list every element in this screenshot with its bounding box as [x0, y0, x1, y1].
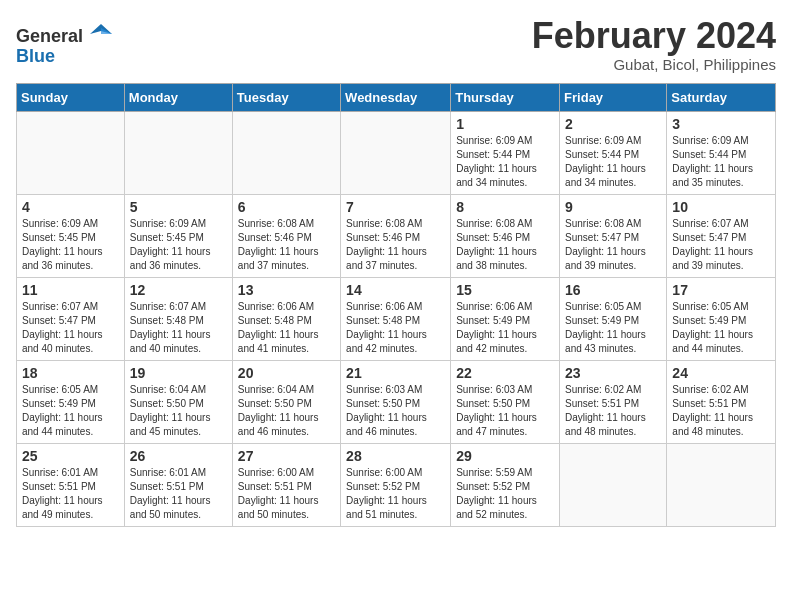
day-number: 3	[672, 116, 770, 132]
calendar-cell: 4Sunrise: 6:09 AMSunset: 5:45 PMDaylight…	[17, 194, 125, 277]
day-number: 13	[238, 282, 335, 298]
title-area: February 2024 Gubat, Bicol, Philippines	[532, 16, 776, 73]
weekday-header-row: SundayMondayTuesdayWednesdayThursdayFrid…	[17, 83, 776, 111]
day-info: Sunrise: 6:06 AMSunset: 5:48 PMDaylight:…	[238, 300, 335, 356]
day-info: Sunrise: 6:09 AMSunset: 5:44 PMDaylight:…	[672, 134, 770, 190]
day-number: 15	[456, 282, 554, 298]
calendar-week-5: 25Sunrise: 6:01 AMSunset: 5:51 PMDayligh…	[17, 443, 776, 526]
day-number: 10	[672, 199, 770, 215]
day-number: 20	[238, 365, 335, 381]
calendar-cell: 27Sunrise: 6:00 AMSunset: 5:51 PMDayligh…	[232, 443, 340, 526]
logo: General Blue	[16, 20, 112, 67]
weekday-header-sunday: Sunday	[17, 83, 125, 111]
day-info: Sunrise: 6:02 AMSunset: 5:51 PMDaylight:…	[672, 383, 770, 439]
day-number: 9	[565, 199, 661, 215]
day-info: Sunrise: 6:09 AMSunset: 5:45 PMDaylight:…	[22, 217, 119, 273]
day-number: 6	[238, 199, 335, 215]
day-info: Sunrise: 6:06 AMSunset: 5:49 PMDaylight:…	[456, 300, 554, 356]
day-number: 11	[22, 282, 119, 298]
day-number: 14	[346, 282, 445, 298]
day-number: 4	[22, 199, 119, 215]
calendar-cell: 28Sunrise: 6:00 AMSunset: 5:52 PMDayligh…	[341, 443, 451, 526]
calendar-cell: 2Sunrise: 6:09 AMSunset: 5:44 PMDaylight…	[560, 111, 667, 194]
day-info: Sunrise: 6:08 AMSunset: 5:46 PMDaylight:…	[346, 217, 445, 273]
calendar-cell: 5Sunrise: 6:09 AMSunset: 5:45 PMDaylight…	[124, 194, 232, 277]
calendar-table: SundayMondayTuesdayWednesdayThursdayFrid…	[16, 83, 776, 527]
calendar-cell: 24Sunrise: 6:02 AMSunset: 5:51 PMDayligh…	[667, 360, 776, 443]
calendar-cell: 19Sunrise: 6:04 AMSunset: 5:50 PMDayligh…	[124, 360, 232, 443]
day-number: 24	[672, 365, 770, 381]
calendar-cell	[17, 111, 125, 194]
calendar-cell: 9Sunrise: 6:08 AMSunset: 5:47 PMDaylight…	[560, 194, 667, 277]
day-info: Sunrise: 6:07 AMSunset: 5:47 PMDaylight:…	[672, 217, 770, 273]
day-number: 29	[456, 448, 554, 464]
day-info: Sunrise: 6:08 AMSunset: 5:46 PMDaylight:…	[238, 217, 335, 273]
day-number: 12	[130, 282, 227, 298]
day-info: Sunrise: 6:05 AMSunset: 5:49 PMDaylight:…	[672, 300, 770, 356]
day-number: 18	[22, 365, 119, 381]
calendar-cell	[667, 443, 776, 526]
day-info: Sunrise: 6:06 AMSunset: 5:48 PMDaylight:…	[346, 300, 445, 356]
weekday-header-tuesday: Tuesday	[232, 83, 340, 111]
weekday-header-monday: Monday	[124, 83, 232, 111]
calendar-cell: 7Sunrise: 6:08 AMSunset: 5:46 PMDaylight…	[341, 194, 451, 277]
logo-general: General	[16, 20, 112, 47]
day-info: Sunrise: 6:08 AMSunset: 5:46 PMDaylight:…	[456, 217, 554, 273]
day-info: Sunrise: 6:04 AMSunset: 5:50 PMDaylight:…	[238, 383, 335, 439]
calendar-week-1: 1Sunrise: 6:09 AMSunset: 5:44 PMDaylight…	[17, 111, 776, 194]
day-number: 28	[346, 448, 445, 464]
day-info: Sunrise: 5:59 AMSunset: 5:52 PMDaylight:…	[456, 466, 554, 522]
calendar-cell	[341, 111, 451, 194]
day-number: 8	[456, 199, 554, 215]
weekday-header-thursday: Thursday	[451, 83, 560, 111]
calendar-cell: 11Sunrise: 6:07 AMSunset: 5:47 PMDayligh…	[17, 277, 125, 360]
day-number: 16	[565, 282, 661, 298]
day-info: Sunrise: 6:02 AMSunset: 5:51 PMDaylight:…	[565, 383, 661, 439]
day-number: 25	[22, 448, 119, 464]
calendar-cell: 25Sunrise: 6:01 AMSunset: 5:51 PMDayligh…	[17, 443, 125, 526]
calendar-cell	[232, 111, 340, 194]
day-info: Sunrise: 6:08 AMSunset: 5:47 PMDaylight:…	[565, 217, 661, 273]
day-info: Sunrise: 6:09 AMSunset: 5:44 PMDaylight:…	[565, 134, 661, 190]
calendar-cell: 21Sunrise: 6:03 AMSunset: 5:50 PMDayligh…	[341, 360, 451, 443]
calendar-cell: 20Sunrise: 6:04 AMSunset: 5:50 PMDayligh…	[232, 360, 340, 443]
calendar-cell	[124, 111, 232, 194]
calendar-week-4: 18Sunrise: 6:05 AMSunset: 5:49 PMDayligh…	[17, 360, 776, 443]
day-number: 22	[456, 365, 554, 381]
logo-bird-icon	[90, 20, 112, 42]
day-number: 23	[565, 365, 661, 381]
calendar-cell: 1Sunrise: 6:09 AMSunset: 5:44 PMDaylight…	[451, 111, 560, 194]
day-info: Sunrise: 6:09 AMSunset: 5:44 PMDaylight:…	[456, 134, 554, 190]
calendar-cell: 13Sunrise: 6:06 AMSunset: 5:48 PMDayligh…	[232, 277, 340, 360]
calendar-week-3: 11Sunrise: 6:07 AMSunset: 5:47 PMDayligh…	[17, 277, 776, 360]
day-info: Sunrise: 6:00 AMSunset: 5:51 PMDaylight:…	[238, 466, 335, 522]
day-number: 26	[130, 448, 227, 464]
calendar-cell	[560, 443, 667, 526]
day-info: Sunrise: 6:03 AMSunset: 5:50 PMDaylight:…	[346, 383, 445, 439]
day-info: Sunrise: 6:01 AMSunset: 5:51 PMDaylight:…	[22, 466, 119, 522]
day-info: Sunrise: 6:05 AMSunset: 5:49 PMDaylight:…	[565, 300, 661, 356]
calendar-cell: 23Sunrise: 6:02 AMSunset: 5:51 PMDayligh…	[560, 360, 667, 443]
day-info: Sunrise: 6:07 AMSunset: 5:47 PMDaylight:…	[22, 300, 119, 356]
calendar-cell: 6Sunrise: 6:08 AMSunset: 5:46 PMDaylight…	[232, 194, 340, 277]
month-year-title: February 2024	[532, 16, 776, 56]
day-number: 21	[346, 365, 445, 381]
calendar-cell: 14Sunrise: 6:06 AMSunset: 5:48 PMDayligh…	[341, 277, 451, 360]
location-subtitle: Gubat, Bicol, Philippines	[532, 56, 776, 73]
day-number: 5	[130, 199, 227, 215]
calendar-cell: 8Sunrise: 6:08 AMSunset: 5:46 PMDaylight…	[451, 194, 560, 277]
day-info: Sunrise: 6:03 AMSunset: 5:50 PMDaylight:…	[456, 383, 554, 439]
day-info: Sunrise: 6:04 AMSunset: 5:50 PMDaylight:…	[130, 383, 227, 439]
calendar-cell: 3Sunrise: 6:09 AMSunset: 5:44 PMDaylight…	[667, 111, 776, 194]
calendar-cell: 18Sunrise: 6:05 AMSunset: 5:49 PMDayligh…	[17, 360, 125, 443]
day-number: 2	[565, 116, 661, 132]
day-number: 7	[346, 199, 445, 215]
day-number: 17	[672, 282, 770, 298]
calendar-cell: 22Sunrise: 6:03 AMSunset: 5:50 PMDayligh…	[451, 360, 560, 443]
calendar-cell: 16Sunrise: 6:05 AMSunset: 5:49 PMDayligh…	[560, 277, 667, 360]
calendar-cell: 15Sunrise: 6:06 AMSunset: 5:49 PMDayligh…	[451, 277, 560, 360]
day-info: Sunrise: 6:07 AMSunset: 5:48 PMDaylight:…	[130, 300, 227, 356]
day-number: 27	[238, 448, 335, 464]
calendar-cell: 29Sunrise: 5:59 AMSunset: 5:52 PMDayligh…	[451, 443, 560, 526]
day-number: 19	[130, 365, 227, 381]
